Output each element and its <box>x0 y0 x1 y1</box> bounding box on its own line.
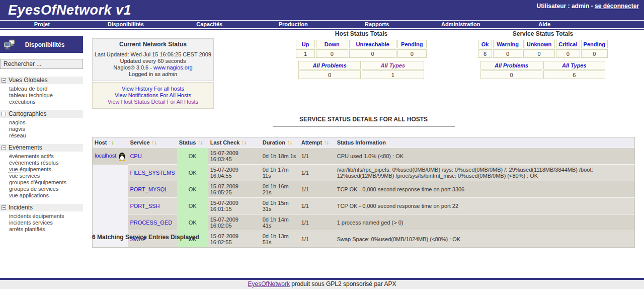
service-totals-critical-header[interactable]: Critical <box>558 41 577 47</box>
last-check-cell: 15-07-2009 16:04:55 <box>208 165 261 181</box>
column-header-attempt: Attempt ↑↓ <box>299 137 335 148</box>
host-all-problems-header[interactable]: All Problems <box>313 62 347 68</box>
service-link[interactable]: CPU <box>130 153 141 159</box>
current-network-status: Current Network Status Last Updated: Wed… <box>92 38 214 109</box>
host-cell <box>93 181 128 198</box>
sidebar-item-evenements-actifs[interactable]: évènements actifs <box>0 153 83 160</box>
status-info-cell: /var/lib/nfs/rpc_pipefs: 0%used(0MB/0MB)… <box>335 165 635 181</box>
menu-item-projet[interactable]: Projet <box>0 21 84 28</box>
footer-eyesofnetwork-link[interactable]: EyesOfNetwork <box>248 280 290 287</box>
view-notifications-link[interactable]: View Notifications For All Hosts <box>115 92 191 98</box>
sidebar-item-reseau[interactable]: réseau <box>0 132 83 139</box>
network-status-title: Current Network Status <box>94 41 212 48</box>
service-totals-ok-value: 6 <box>478 49 492 58</box>
host-totals-pending-header[interactable]: Pending <box>401 41 423 47</box>
logout-link[interactable]: se déconnecter <box>595 3 639 10</box>
section-header-cartographies[interactable]: Cartographies <box>0 110 83 118</box>
host-link[interactable]: localhost <box>95 153 116 159</box>
service-totals-pending-header[interactable]: Pending <box>584 41 605 47</box>
service-totals-warning-header[interactable]: Warning <box>497 41 519 47</box>
sidebar-item-groupes-equipements[interactable]: groupes d'équipements <box>0 179 83 186</box>
menu-item-aide[interactable]: Aide <box>503 21 587 28</box>
user-info: Utilisateur : admin - se déconnecter <box>537 3 639 10</box>
menu-item-capacites[interactable]: Capacités <box>168 21 252 28</box>
service-link[interactable]: PROCESS_GED <box>130 220 172 226</box>
service-link[interactable]: PORT_SSH <box>130 203 159 209</box>
host-totals-unreachable-header[interactable]: Unreachable <box>356 41 389 47</box>
computers-icon <box>4 39 16 50</box>
service-all-problems-header[interactable]: All Problems <box>495 62 528 68</box>
host-totals-up-value: 1 <box>296 49 315 58</box>
sidebar-item-evenements-resolus[interactable]: évènements résolus <box>0 160 83 166</box>
footer: EyesOfNetwork produit sous GPL2 sponsori… <box>0 280 644 289</box>
view-history-link[interactable]: View History For all hosts <box>122 86 184 92</box>
sort-desc-icon[interactable]: ↓ <box>244 139 247 146</box>
status-cell: OK <box>177 214 208 231</box>
sidebar-item-executions[interactable]: exécutions <box>0 99 83 105</box>
menu-item-administration[interactable]: Administration <box>419 21 503 28</box>
sidebar-item-vue-applications[interactable]: vue applications <box>0 192 83 199</box>
table-row: localhost CPU OK 15-07-2009 16:03:45 0d … <box>93 148 635 165</box>
service-link[interactable]: FILES_SYSTEMS <box>130 170 175 176</box>
sidebar-item-groupes-de-services[interactable]: groupes de services <box>0 186 83 192</box>
sidebar-nav: Vues Globales tableau de bord tableau te… <box>0 77 83 238</box>
sidebar-item-nagvis[interactable]: nagvis <box>0 126 83 132</box>
menu-item-rapports[interactable]: Rapports <box>335 21 419 28</box>
service-link[interactable]: PORT_MYSQL <box>130 186 168 192</box>
service-totals-ok-header[interactable]: Ok <box>481 41 489 47</box>
sort-desc-icon[interactable]: ↓ <box>200 139 203 146</box>
collapse-icon[interactable] <box>2 205 6 210</box>
host-totals-up-header[interactable]: Up <box>302 41 309 47</box>
collapse-icon[interactable] <box>2 146 6 150</box>
nagios-org-link[interactable]: www.nagios.org <box>153 64 193 70</box>
nagios-version: Nagios® 3.0.6 - www.nagios.org <box>94 64 212 71</box>
duration-cell: 0d 1h 16m 21s <box>261 181 299 198</box>
status-info-cell: CPU used 1.0% (<80) : OK <box>335 148 635 165</box>
sidebar-item-nagios[interactable]: nagios <box>0 119 83 126</box>
sidebar-item-tableau-de-bord[interactable]: tableau de bord <box>0 86 83 92</box>
service-totals-unknown-header[interactable]: Unknown <box>527 41 552 47</box>
top-header: EyesOfNetwork v1 Utilisateur : admin - s… <box>0 0 644 20</box>
sidebar-item-tableau-technique[interactable]: tableau technique <box>0 92 83 99</box>
section-header-vues-globales[interactable]: Vues Globales <box>0 77 83 84</box>
search-input[interactable] <box>0 59 83 69</box>
duration-cell: 0d 1h 13m 51s <box>261 231 299 248</box>
host-totals-down-header[interactable]: Down <box>325 41 340 47</box>
sidebar-item-vue-services[interactable]: vue services <box>0 173 83 179</box>
table-row: FILES_SYSTEMS OK 15-07-2009 16:04:55 0d … <box>93 165 635 181</box>
attempt-cell: 1/1 <box>299 198 335 214</box>
attempt-cell: 1/1 <box>299 181 335 198</box>
last-updated: Last Updated: Wed Jul 15 16:06:25 CEST 2… <box>94 51 212 58</box>
table-row: PORT_SSH OK 15-07-2009 16:01:15 0d 1h 15… <box>93 198 635 214</box>
host-cell <box>93 198 128 214</box>
service-totals-pending-value: 0 <box>581 49 608 58</box>
sidebar-section-incidents: Incidents incidents équipements incident… <box>0 204 83 233</box>
service-totals-table: Ok Warning Unknown Critical Pending 6 0 … <box>477 39 609 59</box>
sidebar-item-vue-equipements[interactable]: vue équipements <box>0 166 83 173</box>
sort-desc-icon[interactable]: ↓ <box>326 139 329 146</box>
host-all-types-header[interactable]: All Types <box>381 62 406 68</box>
service-all-types-header[interactable]: All Types <box>562 62 587 68</box>
sidebar-item-arrets-planifies[interactable]: arrêts planifiés <box>0 226 83 233</box>
attempt-cell: 1/1 <box>299 165 335 181</box>
section-header-incidents[interactable]: Incidents <box>0 204 83 211</box>
view-host-status-detail-link[interactable]: View Host Status Detail For All Hosts <box>108 99 198 105</box>
sidebar-section-evenements: Evènements évènements actifs évènements … <box>0 144 83 199</box>
collapse-icon[interactable] <box>2 78 6 83</box>
sort-desc-icon[interactable]: ↓ <box>289 139 292 146</box>
status-info-cell: TCP OK - 0,000 second response time on p… <box>335 198 635 214</box>
duration-cell: 0d 1h 15m 31s <box>261 198 299 214</box>
column-header-host: Host ↑↓ <box>93 137 128 148</box>
section-header-evenements[interactable]: Evènements <box>0 144 83 152</box>
menu-item-disponibilites[interactable]: Disponibilités <box>84 21 168 28</box>
sidebar-item-incidents-equipements[interactable]: incidents équipements <box>0 213 83 220</box>
status-cell: OK <box>177 165 208 181</box>
sort-desc-icon[interactable]: ↓ <box>154 139 157 146</box>
menu-item-production[interactable]: Production <box>252 21 336 28</box>
sidebar-item-incidents-services[interactable]: incidents services <box>0 220 83 226</box>
service-details-table: Host ↑↓ Service ↑↓ Status ↑↓ Last Check … <box>92 137 635 248</box>
update-interval: Updated every 60 seconds <box>94 58 212 64</box>
collapse-icon[interactable] <box>2 112 6 116</box>
sort-desc-icon[interactable]: ↓ <box>111 139 114 146</box>
last-check-cell: 15-07-2009 16:03:45 <box>208 148 261 165</box>
